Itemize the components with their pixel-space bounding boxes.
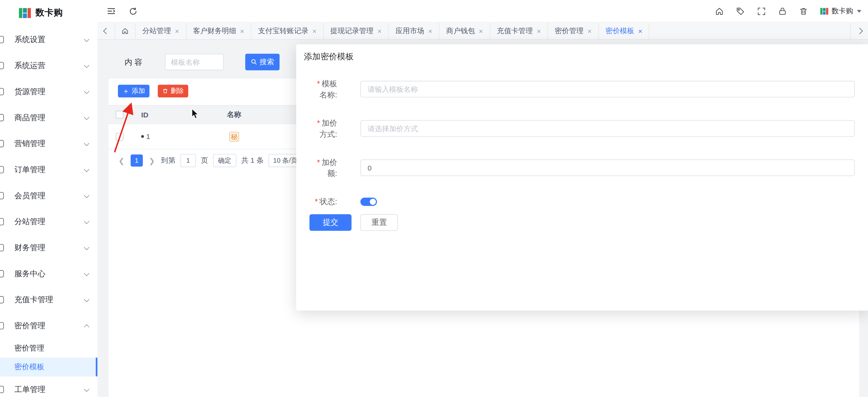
page-1-button[interactable]: 1 xyxy=(131,154,143,166)
tab-secret-price-template[interactable]: 密价模板× xyxy=(599,23,650,39)
template-name-input[interactable] xyxy=(361,81,855,97)
markup-amount-input[interactable] xyxy=(361,159,855,176)
tab-label: 密价模板 xyxy=(606,26,634,36)
close-icon[interactable]: × xyxy=(587,28,592,35)
tab-secret-price[interactable]: 密价管理× xyxy=(548,23,599,39)
home-icon[interactable] xyxy=(715,6,724,16)
sidebar-item-label: 营销管理 xyxy=(14,139,45,149)
tab-alipay-transfer[interactable]: 支付宝转账记录× xyxy=(251,23,324,39)
sidebar-item-supply[interactable]: 货源管理 xyxy=(0,79,97,104)
sidebar-item-label: 会员管理 xyxy=(14,191,45,201)
tabs-scroll-left[interactable] xyxy=(97,23,115,39)
drawer-title: 添加密价模板 xyxy=(296,44,868,69)
ticket-icon xyxy=(0,386,4,393)
top-header: 数卡购 xyxy=(97,0,868,22)
content-label: 内 容 xyxy=(125,58,142,68)
sidebar-item-goods[interactable]: 商品管理 xyxy=(0,104,97,131)
lock-icon[interactable] xyxy=(778,6,787,16)
close-icon[interactable]: × xyxy=(479,28,483,35)
sidebar-subitem-secret-price-manage[interactable]: 密价管理 xyxy=(0,339,97,358)
markup-method-select[interactable] xyxy=(361,120,855,137)
chevron-down-icon xyxy=(84,192,89,198)
chevron-down-icon xyxy=(84,166,89,172)
search-button[interactable]: 搜索 xyxy=(245,54,280,70)
delete-button-label: 删除 xyxy=(170,86,184,96)
close-icon[interactable]: × xyxy=(638,28,643,35)
secret-badge: 秘 xyxy=(229,131,239,141)
status-toggle[interactable] xyxy=(361,197,377,206)
submit-button[interactable]: 提交 xyxy=(309,214,351,231)
goto-confirm-button[interactable]: 确定 xyxy=(213,154,236,167)
tab-app-market[interactable]: 应用市场× xyxy=(389,23,439,39)
tab-label: 应用市场 xyxy=(395,26,424,36)
chevron-down-icon xyxy=(84,88,89,94)
user-icon xyxy=(0,192,4,199)
sidebar-item-label: 商品管理 xyxy=(14,113,45,123)
sidebar-subitem-label: 密价管理 xyxy=(14,343,44,353)
sidebar-item-orders[interactable]: 订单管理 xyxy=(0,157,97,183)
close-icon[interactable]: × xyxy=(537,28,541,35)
money-icon xyxy=(0,244,4,251)
prev-page-icon[interactable]: ❮ xyxy=(117,156,126,164)
collapse-sidebar-icon[interactable] xyxy=(106,6,116,16)
tab-label: 分站管理 xyxy=(142,26,171,36)
chevron-down-icon xyxy=(84,297,89,302)
sidebar-item-substation[interactable]: 分站管理 xyxy=(0,209,97,235)
caret-down-icon xyxy=(857,10,861,12)
sidebar-item-system-settings[interactable]: 系统设置 xyxy=(0,27,97,53)
close-icon[interactable]: × xyxy=(428,28,432,35)
drawer-actions: 提交 重置 xyxy=(309,214,868,231)
sidebar-item-label: 系统运营 xyxy=(14,61,45,71)
search-input[interactable] xyxy=(165,54,224,70)
sidebar-item-work-orders[interactable]: 工单管理 xyxy=(0,376,97,397)
user-menu[interactable]: 数卡购 xyxy=(820,6,861,16)
gear-icon xyxy=(0,36,4,43)
add-button[interactable]: ＋ 添加 xyxy=(118,85,149,97)
tabs-scroll-right[interactable] xyxy=(850,23,868,39)
refresh-icon[interactable] xyxy=(128,6,138,16)
tab-customer-finance[interactable]: 客户财务明细× xyxy=(186,23,251,39)
close-icon[interactable]: × xyxy=(377,28,381,35)
trash-icon[interactable] xyxy=(799,6,808,16)
sidebar-item-label: 货源管理 xyxy=(14,87,45,96)
delete-button[interactable]: 删除 xyxy=(158,85,188,97)
sidebar-item-finance[interactable]: 财务管理 xyxy=(0,235,97,261)
network-icon xyxy=(0,218,4,225)
sidebar-item-label: 订单管理 xyxy=(14,164,45,175)
sidebar-item-recharge-card[interactable]: 充值卡管理 xyxy=(0,287,97,313)
next-page-icon[interactable]: ❯ xyxy=(148,156,156,164)
close-icon[interactable]: × xyxy=(312,28,317,35)
close-icon[interactable]: × xyxy=(240,28,244,35)
fullscreen-icon[interactable] xyxy=(757,6,766,16)
tab-recharge-card[interactable]: 充值卡管理× xyxy=(490,23,548,39)
tab-substation[interactable]: 分站管理× xyxy=(136,23,186,39)
field-label: *状态: xyxy=(309,196,345,207)
required-asterisk: * xyxy=(317,79,320,88)
total-count-label: 共 1 条 xyxy=(241,156,264,165)
chevron-down-icon xyxy=(84,141,89,146)
chevron-down-icon xyxy=(84,245,89,250)
chevron-up-icon xyxy=(84,324,89,329)
tab-merchant-wallet[interactable]: 商户钱包× xyxy=(439,23,490,39)
select-all-checkbox[interactable] xyxy=(116,111,124,119)
chevron-down-icon xyxy=(84,218,89,224)
card-icon xyxy=(0,296,4,303)
brand-logo-icon-small xyxy=(820,7,829,16)
sidebar-subitem-secret-price-template[interactable]: 密价模板 xyxy=(0,358,97,376)
megaphone-icon xyxy=(0,140,4,147)
row-checkbox[interactable] xyxy=(116,132,124,141)
reset-button[interactable]: 重置 xyxy=(361,214,398,231)
chevron-down-icon xyxy=(84,62,89,68)
goto-page-input[interactable] xyxy=(181,154,196,167)
tab-home[interactable] xyxy=(115,23,136,39)
close-icon[interactable]: × xyxy=(175,28,179,35)
sidebar-item-service-center[interactable]: 服务中心 xyxy=(0,261,97,287)
sidebar-item-marketing[interactable]: 营销管理 xyxy=(0,131,97,157)
tag-icon[interactable] xyxy=(736,6,745,16)
sidebar-item-secret-price[interactable]: 密价管理 xyxy=(0,313,97,339)
sidebar-item-system-operation[interactable]: 系统运营 xyxy=(0,53,97,79)
user-menu-label: 数卡购 xyxy=(832,6,853,16)
tab-withdraw-records[interactable]: 提现记录管理× xyxy=(324,23,389,39)
field-markup-amount: *加价额: xyxy=(309,157,855,179)
sidebar-item-members[interactable]: 会员管理 xyxy=(0,183,97,209)
